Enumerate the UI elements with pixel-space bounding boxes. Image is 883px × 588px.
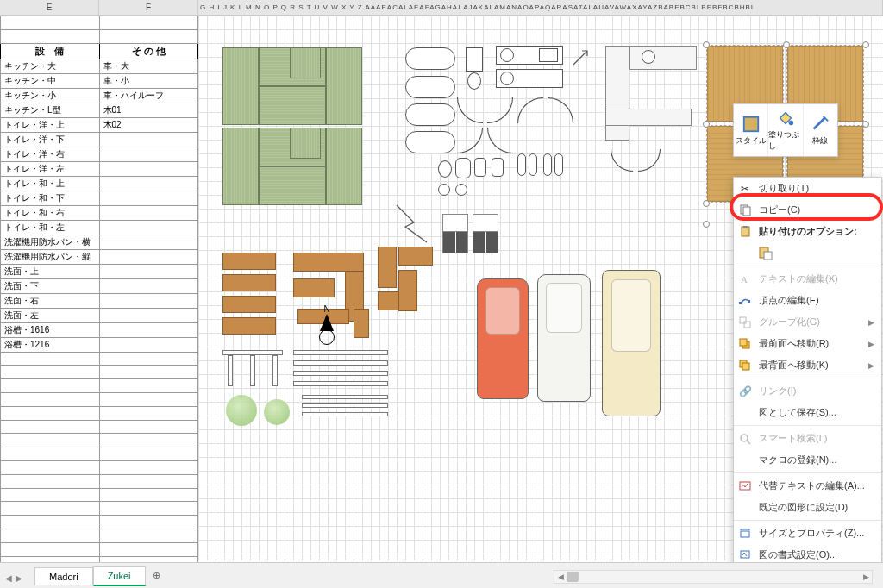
door-arc[interactable] xyxy=(487,128,513,153)
table-cell[interactable]: トイレ・洋・下 xyxy=(1,132,100,147)
basin-shape[interactable] xyxy=(438,160,452,178)
stair-shape[interactable] xyxy=(398,270,417,311)
table-cell[interactable] xyxy=(99,529,198,542)
stair-shape[interactable] xyxy=(378,247,397,288)
table-cell[interactable]: キッチン・L型 xyxy=(1,103,100,117)
ctx-paste-picture[interactable] xyxy=(734,242,881,264)
l-kitchen-horizontal[interactable] xyxy=(629,46,697,70)
window-panel[interactable] xyxy=(473,214,498,253)
table-cell[interactable] xyxy=(1,352,100,366)
table-cell[interactable]: キッチン・大 xyxy=(1,59,100,73)
sink-shape[interactable] xyxy=(642,50,655,64)
door-arc[interactable] xyxy=(611,149,633,172)
col-header-e[interactable]: E xyxy=(0,0,99,15)
table-cell[interactable] xyxy=(99,337,198,352)
table-cell[interactable] xyxy=(99,516,198,529)
table-cell[interactable] xyxy=(99,502,198,516)
table-cell[interactable] xyxy=(99,264,198,278)
stair-shape[interactable] xyxy=(222,274,276,291)
door-arc[interactable] xyxy=(548,97,573,123)
door-arc[interactable] xyxy=(457,97,483,123)
table-cell[interactable]: 洗面・下 xyxy=(1,278,100,293)
table-cell[interactable]: トイレ・和・右 xyxy=(1,205,100,220)
tatami-shape[interactable] xyxy=(290,47,321,78)
table-cell[interactable] xyxy=(99,366,198,379)
stair-shape[interactable] xyxy=(398,247,433,266)
scroll-right-icon[interactable]: ▶ xyxy=(860,572,872,581)
selection-handle[interactable] xyxy=(703,41,710,48)
table-cell[interactable] xyxy=(99,147,198,161)
ctx-size-props[interactable]: サイズとプロパティ(Z)... xyxy=(734,522,881,544)
table-cell[interactable] xyxy=(99,191,198,205)
window-panel[interactable] xyxy=(442,214,468,253)
table-cell[interactable]: トイレ・和・左 xyxy=(1,220,100,235)
table-cell[interactable] xyxy=(99,434,198,447)
stair-shape[interactable] xyxy=(293,253,364,272)
window-shape[interactable] xyxy=(529,153,537,176)
tree-shape[interactable] xyxy=(264,399,290,425)
railing-shape[interactable] xyxy=(222,350,283,388)
table-cell[interactable] xyxy=(1,392,100,406)
ctx-edit-points[interactable]: 頂点の編集(E) xyxy=(734,290,881,311)
door-arc[interactable] xyxy=(638,149,661,172)
ctx-cut[interactable]: ✂ 切り取り(T) xyxy=(734,178,881,199)
tabs-nav[interactable]: ◀ ▶ xyxy=(5,573,22,583)
scrollbar-thumb[interactable] xyxy=(567,572,579,582)
table-cell[interactable] xyxy=(1,447,100,461)
tatami-shape[interactable] xyxy=(222,47,259,125)
table-cell[interactable] xyxy=(99,406,198,420)
selection-handle[interactable] xyxy=(783,41,790,48)
tab-madori[interactable]: Madori xyxy=(34,567,93,585)
table-cell[interactable] xyxy=(99,542,198,556)
ctx-set-default[interactable]: 既定の図形に設定(D) xyxy=(734,497,881,518)
basin-shape[interactable] xyxy=(438,184,450,196)
table-cell[interactable] xyxy=(1,502,100,516)
tabs-prev-icon[interactable]: ◀ xyxy=(5,573,12,583)
tatami-shape[interactable] xyxy=(290,128,321,159)
scroll-left-icon[interactable]: ◀ xyxy=(554,572,567,581)
table-cell[interactable]: 木01 xyxy=(99,103,198,117)
tree-shape[interactable] xyxy=(226,395,257,426)
sink-shape[interactable] xyxy=(500,72,514,85)
mini-border-button[interactable]: 枠線 xyxy=(804,104,837,156)
car-shape-van[interactable] xyxy=(602,270,661,416)
l-kitchen-vertical[interactable] xyxy=(605,46,629,141)
table-cell[interactable]: 木02 xyxy=(99,117,198,132)
table-cell[interactable]: キッチン・中 xyxy=(1,73,100,88)
stair-shape[interactable] xyxy=(354,309,369,338)
table-cell[interactable] xyxy=(99,392,198,406)
window-shape[interactable] xyxy=(517,153,526,176)
tatami-shape[interactable] xyxy=(259,86,326,125)
compass-icon[interactable]: N xyxy=(319,304,335,345)
ctx-copy[interactable]: コピー(C) xyxy=(734,199,881,221)
table-cell[interactable]: キッチン・小 xyxy=(1,88,100,103)
horizontal-scrollbar[interactable]: ◀ ▶ xyxy=(554,570,873,584)
tatami-shape[interactable] xyxy=(222,128,259,205)
table-cell[interactable]: 洗濯機用防水パン・縦 xyxy=(1,249,100,264)
ctx-save-picture[interactable]: 図として保存(S)... xyxy=(734,402,881,423)
window-shape[interactable] xyxy=(543,153,552,176)
selection-handle[interactable] xyxy=(703,121,710,128)
door-arc[interactable] xyxy=(487,97,513,123)
table-cell[interactable]: 浴槽・1216 xyxy=(1,337,100,352)
table-cell[interactable] xyxy=(99,447,198,461)
tab-zukei[interactable]: Zukei xyxy=(93,566,146,586)
ctx-alt-text[interactable]: 代替テキストの編集(A)... xyxy=(734,475,881,497)
table-cell[interactable] xyxy=(99,322,198,337)
stove-shape[interactable] xyxy=(539,48,558,62)
tabs-next-icon[interactable]: ▶ xyxy=(16,573,22,583)
bathtub-shape[interactable] xyxy=(405,76,455,98)
toilet-shape[interactable] xyxy=(455,158,471,178)
sink-shape[interactable] xyxy=(500,48,514,62)
railing-shape[interactable] xyxy=(293,350,388,388)
arrow-shape[interactable] xyxy=(571,48,590,67)
table-cell[interactable] xyxy=(99,352,198,366)
stair-shape[interactable] xyxy=(293,278,335,297)
table-cell[interactable]: 洗面・右 xyxy=(1,293,100,308)
table-cell[interactable] xyxy=(1,474,100,488)
table-cell[interactable]: 洗濯機用防水パン・横 xyxy=(1,235,100,249)
table-cell[interactable] xyxy=(1,434,100,447)
tatami-shape[interactable] xyxy=(326,47,362,125)
tab-add-button[interactable]: ⊕ xyxy=(146,566,167,585)
table-cell[interactable]: トイレ・洋・左 xyxy=(1,161,100,176)
